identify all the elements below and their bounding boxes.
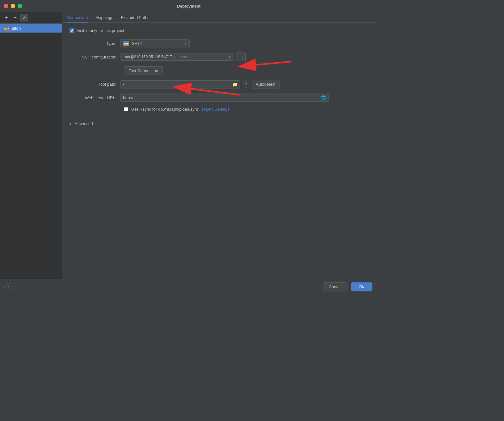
test-connection-button[interactable]: Test Connection: [124, 66, 163, 75]
type-label: Type:: [70, 41, 120, 46]
type-dropdown-arrow: ▼: [184, 42, 187, 45]
visible-only-row: Visible only for this project: [70, 28, 370, 33]
tab-mappings[interactable]: Mappings: [95, 12, 113, 23]
web-server-row: Web server URL: 🌐: [70, 94, 370, 102]
cancel-button[interactable]: Cancel: [323, 282, 347, 291]
main-layout: + − ✓ SFTP siton Connection Mappings Exc…: [0, 12, 378, 279]
root-path-row: Root path: 📁 ? Autodetect: [70, 80, 370, 88]
sidebar-toolbar: + − ✓: [0, 12, 62, 24]
ssh-dropdown-arrow: ▼: [228, 55, 231, 59]
type-row: Type: SFTP SFTP ▼: [70, 39, 370, 47]
help-icon[interactable]: ?: [243, 81, 249, 88]
sidebar-item-siton[interactable]: SFTP siton: [0, 24, 62, 33]
visible-only-label: Visible only for this project: [77, 28, 124, 33]
form-content: Visible only for this project Type: SFTP…: [62, 23, 378, 279]
root-path-control: 📁 ? Autodetect: [120, 80, 280, 88]
ssh-config-more-button[interactable]: ···: [237, 52, 246, 61]
ok-button[interactable]: OK: [351, 282, 372, 291]
ssh-config-control: root@219.150.35.115:54717 password ▼ ···: [120, 52, 246, 61]
bottom-left-help: ?: [4, 284, 12, 291]
remove-server-button[interactable]: −: [11, 14, 19, 21]
advanced-section[interactable]: ▶ Advanced: [70, 118, 370, 129]
type-value: SFTP: [132, 41, 181, 46]
folder-icon[interactable]: 📁: [232, 82, 237, 87]
autodetect-button[interactable]: Autodetect: [252, 80, 280, 88]
tab-connection[interactable]: Connection: [67, 12, 88, 23]
tab-bar: Connection Mappings Excluded Paths: [62, 12, 378, 23]
confirm-button[interactable]: ✓: [20, 14, 28, 21]
ssh-config-placeholder: password: [173, 55, 189, 59]
ssh-config-dropdown[interactable]: root@219.150.35.115:54717 password ▼: [120, 53, 234, 61]
root-path-label: Root path:: [70, 82, 120, 87]
type-control: SFTP SFTP ▼: [120, 39, 190, 47]
rsync-checkbox[interactable]: [124, 107, 128, 111]
ssh-config-label: SSH configuration:: [70, 55, 120, 59]
ssh-config-value: root@219.150.35.115:54717: [124, 55, 172, 59]
help-button[interactable]: ?: [4, 284, 12, 291]
bottom-bar: Cancel OK: [0, 279, 378, 295]
title-bar: Deployment: [0, 0, 378, 12]
web-server-label: Web server URL:: [70, 95, 120, 100]
web-server-control: 🌐: [120, 94, 329, 102]
test-connection-area: Test Connection: [124, 66, 370, 75]
add-server-button[interactable]: +: [3, 14, 10, 21]
url-input[interactable]: [123, 95, 319, 100]
minimize-button[interactable]: [11, 4, 15, 8]
window-title: Deployment: [177, 4, 200, 9]
sftp-icon: SFTP: [3, 26, 9, 31]
window-controls: [4, 4, 22, 8]
rsync-row: Use Rsync for download/upload/sync Rsync…: [124, 107, 370, 112]
url-field: 🌐: [120, 94, 329, 102]
root-path-input[interactable]: [123, 82, 231, 87]
ssh-config-row: SSH configuration: root@219.150.35.115:5…: [70, 52, 370, 61]
tab-excluded-paths[interactable]: Excluded Paths: [121, 12, 149, 23]
globe-icon: 🌐: [321, 95, 326, 100]
sidebar: + − ✓ SFTP siton: [0, 12, 62, 279]
sidebar-item-label: siton: [12, 26, 21, 31]
rsync-settings-link[interactable]: Rsync Settings: [202, 107, 230, 112]
visible-only-checkbox[interactable]: [70, 28, 74, 33]
type-dropdown[interactable]: SFTP SFTP ▼: [120, 39, 190, 47]
root-path-field: 📁: [120, 80, 240, 88]
close-button[interactable]: [4, 4, 8, 8]
content-area: Connection Mappings Excluded Paths Visib…: [62, 12, 378, 279]
maximize-button[interactable]: [18, 4, 22, 8]
advanced-chevron: ▶: [70, 122, 72, 125]
advanced-label: Advanced: [75, 121, 93, 126]
type-sftp-icon: SFTP: [123, 41, 129, 46]
rsync-label: Use Rsync for download/upload/sync: [131, 107, 199, 112]
